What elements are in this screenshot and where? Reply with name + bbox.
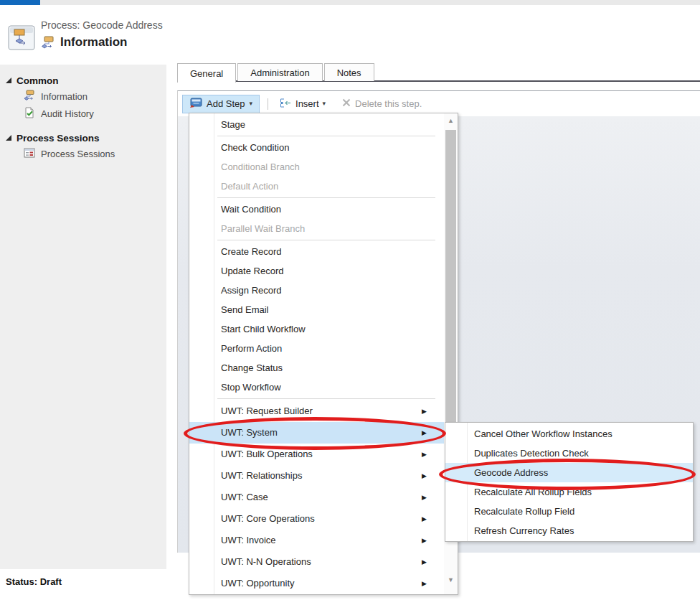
menu-item-wait-condition[interactable]: Wait Condition [189, 200, 444, 219]
menu-separator [217, 136, 435, 136]
sidebar-section-label: Process Sessions [16, 133, 100, 144]
menu-item-list: StageCheck ConditionConditional BranchDe… [189, 113, 444, 594]
delete-step-label: Delete this step. [355, 98, 422, 109]
browser-top-strip [0, 0, 700, 5]
sidebar-section-label: Common [16, 75, 59, 86]
section-expander-icon [6, 135, 11, 141]
scroll-up-icon[interactable]: ▲ [444, 115, 458, 126]
chevron-down-icon: ▾ [323, 100, 326, 107]
menu-item-label: Conditional Branch [221, 161, 300, 172]
sidebar-item-audit-history[interactable]: Audit History [0, 105, 166, 122]
menu-item-label: Geocode Address [474, 467, 548, 478]
menu-item-create-record[interactable]: Create Record [189, 242, 444, 261]
menu-item-uwt-opportunity[interactable]: UWT: Opportunity▶ [189, 573, 444, 594]
app-window: Process: Geocode Address Information Com… [0, 0, 700, 600]
add-step-dropdown-menu: StageCheck ConditionConditional BranchDe… [189, 113, 458, 595]
submenu-arrow-icon: ▶ [422, 508, 427, 530]
menu-item-label: Wait Condition [221, 204, 281, 215]
submenu-arrow-icon: ▶ [422, 444, 427, 465]
menu-item-label: UWT: Core Operations [221, 513, 315, 524]
insert-label: Insert [295, 98, 319, 109]
submenu-arrow-icon: ▶ [422, 487, 427, 508]
menu-item-label: Stage [221, 119, 245, 130]
sidebar-navigation: CommonInformationAudit HistoryProcess Se… [0, 65, 166, 569]
menu-item-cancel-other-workflow-instances[interactable]: Cancel Other Workflow Instances [445, 424, 693, 444]
sidebar-section-header-process-sessions[interactable]: Process Sessions [0, 131, 166, 145]
submenu-arrow-icon: ▶ [422, 551, 427, 573]
menu-item-label: Recalculate All Rollup Fields [474, 487, 592, 497]
menu-item-label: Recalculate Rollup Field [474, 506, 574, 517]
scroll-down-icon[interactable]: ▼ [444, 574, 458, 586]
menu-item-start-child-workflow[interactable]: Start Child Workflow [189, 319, 444, 339]
menu-item-label: Assign Record [221, 285, 282, 296]
menu-item-uwt-n-n-operations[interactable]: UWT: N-N Operations▶ [189, 551, 444, 573]
process-window-icon [8, 24, 37, 52]
menu-item-label: UWT: Relationships [221, 470, 302, 481]
tab-general[interactable]: General [177, 63, 236, 83]
menu-item-update-record[interactable]: Update Record [189, 261, 444, 281]
menu-item-send-email[interactable]: Send Email [189, 300, 444, 319]
menu-item-label: UWT: Case [221, 492, 268, 502]
submenu-arrow-icon: ▶ [422, 530, 427, 551]
menu-item-stage[interactable]: Stage [189, 115, 444, 134]
audit-history-icon [24, 107, 35, 121]
menu-item-geocode-address[interactable]: Geocode Address [445, 463, 693, 482]
menu-item-recalculate-all-rollup-fields[interactable]: Recalculate All Rollup Fields [445, 482, 693, 502]
menu-item-uwt-request-builder[interactable]: UWT: Request Builder▶ [189, 400, 444, 422]
menu-item-label: Change Status [221, 362, 283, 373]
menu-item-stop-workflow[interactable]: Stop Workflow [189, 378, 444, 397]
sidebar-item-process-sessions[interactable]: Process Sessions [0, 145, 166, 162]
menu-item-duplicates-detection-check[interactable]: Duplicates Detection Check [445, 444, 693, 463]
process-sessions-icon [24, 147, 35, 161]
submenu-arrow-icon: ▶ [422, 422, 427, 444]
menu-item-label: Perform Action [221, 343, 282, 354]
submenu-arrow-icon: ▶ [422, 573, 427, 594]
menu-item-default-action: Default Action [189, 177, 444, 196]
process-context-label: Process: Geocode Address [41, 19, 163, 31]
sidebar-item-label: Audit History [41, 108, 94, 119]
menu-item-uwt-bulk-operations[interactable]: UWT: Bulk Operations▶ [189, 444, 444, 465]
menu-item-uwt-relationships[interactable]: UWT: Relationships▶ [189, 465, 444, 487]
uwt-system-submenu: Cancel Other Workflow InstancesDuplicate… [445, 422, 694, 542]
menu-item-change-status[interactable]: Change Status [189, 358, 444, 378]
sidebar-item-information[interactable]: Information [0, 88, 166, 105]
tab-notes[interactable]: Notes [324, 63, 374, 81]
submenu-item-list: Cancel Other Workflow InstancesDuplicate… [445, 423, 693, 541]
submenu-arrow-icon: ▶ [422, 400, 427, 422]
sidebar-section-header-common[interactable]: Common [0, 73, 166, 88]
menu-item-perform-action[interactable]: Perform Action [189, 339, 444, 358]
menu-item-check-condition[interactable]: Check Condition [189, 138, 444, 157]
delete-x-icon [341, 98, 351, 110]
add-step-button[interactable]: Add Step ▾ [182, 95, 260, 113]
menu-item-uwt-invoice[interactable]: UWT: Invoice▶ [189, 530, 444, 551]
menu-item-label: UWT: Bulk Operations [221, 449, 313, 459]
add-step-icon [189, 98, 202, 111]
menu-item-label: Stop Workflow [221, 382, 281, 393]
status-bar: Status: Draft [6, 576, 62, 587]
menu-item-assign-record[interactable]: Assign Record [189, 281, 444, 300]
tab-strip: GeneralAdministrationNotes [177, 63, 376, 81]
menu-item-uwt-system[interactable]: UWT: System▶ [189, 422, 444, 444]
sidebar-section: Process SessionsProcess Sessions [0, 131, 166, 162]
menu-item-label: Default Action [221, 181, 278, 192]
menu-item-refresh-currency-rates[interactable]: Refresh Currency Rates [445, 521, 693, 540]
chevron-down-icon: ▾ [250, 100, 253, 107]
menu-item-label: UWT: N-N Operations [221, 556, 311, 567]
menu-item-label: UWT: Opportunity [221, 578, 295, 589]
menu-item-uwt-core-operations[interactable]: UWT: Core Operations▶ [189, 508, 444, 530]
tab-administration[interactable]: Administration [237, 63, 322, 81]
toolbar-separator [268, 98, 268, 110]
menu-item-uwt-case[interactable]: UWT: Case▶ [189, 487, 444, 508]
menu-item-label: Refresh Currency Rates [474, 525, 574, 536]
add-step-label: Add Step [207, 98, 245, 109]
submenu-arrow-icon: ▶ [422, 465, 427, 487]
menu-item-label: UWT: Request Builder [221, 406, 313, 416]
menu-item-recalculate-rollup-field[interactable]: Recalculate Rollup Field [445, 502, 693, 521]
insert-button[interactable]: Insert ▾ [276, 95, 328, 113]
insert-icon [279, 98, 292, 111]
delete-step-button: Delete this step. [339, 95, 425, 113]
menu-item-label: Create Record [221, 246, 282, 257]
menu-item-label: UWT: System [221, 427, 278, 438]
menu-item-label: Parallel Wait Branch [221, 223, 305, 234]
menu-item-label: Update Record [221, 266, 283, 276]
